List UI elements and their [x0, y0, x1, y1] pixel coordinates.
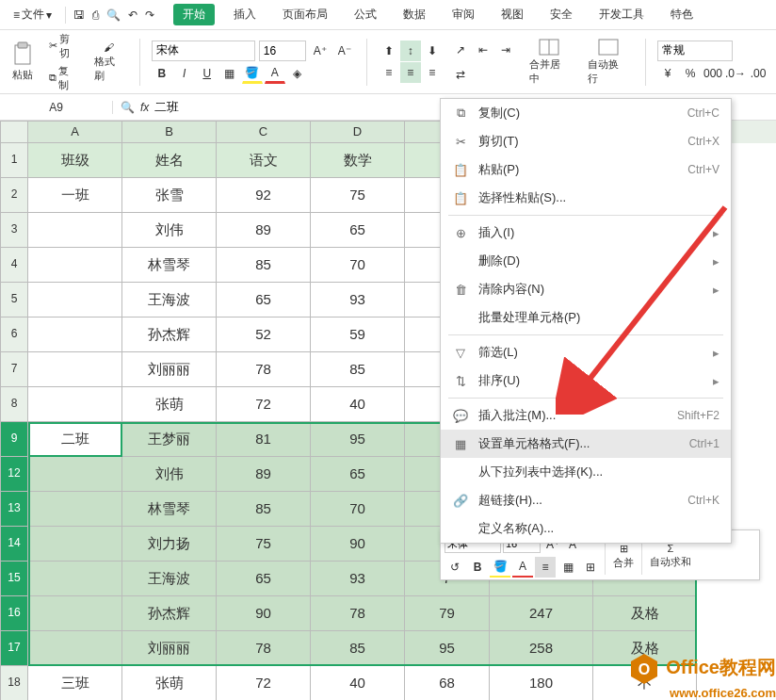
- menu-item[interactable]: ▽筛选(L)▸: [441, 338, 731, 366]
- row-header[interactable]: 14: [0, 527, 28, 562]
- cut-button[interactable]: ✂剪切: [45, 31, 83, 61]
- mini-color[interactable]: A: [512, 557, 533, 578]
- decrease-indent-button[interactable]: ⇤: [473, 40, 493, 60]
- cell[interactable]: 78: [217, 631, 311, 666]
- mini-merge-button[interactable]: ⊞ 合并: [609, 543, 638, 570]
- cell[interactable]: 林雪琴: [122, 248, 217, 283]
- menu-item[interactable]: 定义名称(A)...: [441, 514, 731, 543]
- cell[interactable]: 张萌: [122, 666, 217, 700]
- cell[interactable]: [28, 492, 122, 527]
- cell[interactable]: 72: [217, 387, 311, 422]
- cell[interactable]: 65: [311, 213, 405, 248]
- row-header[interactable]: 4: [0, 248, 28, 283]
- wrap-alt-button[interactable]: ⇄: [450, 64, 471, 85]
- tab-special[interactable]: 特色: [663, 3, 701, 26]
- underline-button[interactable]: U: [197, 63, 218, 84]
- comma-button[interactable]: 000: [703, 63, 723, 84]
- mini-format[interactable]: ⊞: [580, 557, 601, 578]
- row-header[interactable]: 2: [0, 178, 28, 213]
- row-header[interactable]: 13: [0, 492, 28, 527]
- menu-item[interactable]: 批量处理单元格(P): [441, 303, 731, 332]
- menu-item[interactable]: 💬插入批注(M)...Shift+F2: [441, 401, 731, 430]
- copy-button[interactable]: ⧉复制: [45, 63, 83, 93]
- cell[interactable]: [28, 596, 122, 631]
- tab-review[interactable]: 审阅: [445, 3, 482, 26]
- fx-icon[interactable]: fx: [140, 101, 149, 114]
- align-bottom-button[interactable]: ⬇: [422, 41, 443, 61]
- save-icon[interactable]: 🖫: [73, 8, 85, 22]
- cell[interactable]: 65: [311, 457, 405, 492]
- number-format-combo[interactable]: [657, 41, 733, 61]
- row-header[interactable]: 1: [0, 143, 28, 178]
- cell[interactable]: 92: [217, 178, 311, 213]
- cell[interactable]: [28, 457, 122, 492]
- column-header-D[interactable]: D: [311, 121, 405, 143]
- row-header[interactable]: 12: [0, 457, 28, 492]
- increase-indent-button[interactable]: ⇥: [495, 40, 516, 60]
- cell[interactable]: [28, 387, 122, 422]
- merge-center-button[interactable]: 合并居中: [524, 37, 575, 88]
- mini-border[interactable]: ▦: [558, 557, 578, 578]
- menu-item[interactable]: ▦设置单元格格式(F)...Ctrl+1: [441, 430, 731, 458]
- font-name-combo[interactable]: [152, 41, 255, 61]
- row-header[interactable]: 18: [0, 666, 28, 700]
- row-header[interactable]: 6: [0, 317, 28, 352]
- mini-fill[interactable]: 🪣: [490, 557, 510, 578]
- format-painter-button[interactable]: 🖌格式刷: [90, 41, 128, 84]
- row-header[interactable]: 9: [0, 422, 28, 457]
- cell[interactable]: 65: [217, 562, 311, 596]
- decrease-font-button[interactable]: A⁻: [334, 41, 355, 61]
- cell[interactable]: 孙杰辉: [122, 596, 217, 631]
- menu-item[interactable]: 从下拉列表中选择(K)...: [441, 458, 731, 486]
- cell[interactable]: [28, 631, 122, 666]
- menu-item[interactable]: 🔗超链接(H)...Ctrl+K: [441, 486, 731, 514]
- italic-button[interactable]: I: [174, 63, 195, 84]
- font-size-combo[interactable]: [259, 41, 306, 61]
- paste-button[interactable]: 粘贴: [8, 38, 38, 86]
- name-box[interactable]: A9: [0, 101, 113, 114]
- menu-item[interactable]: 🗑清除内容(N)▸: [441, 275, 731, 303]
- tab-insert[interactable]: 插入: [226, 3, 264, 26]
- cell[interactable]: 81: [217, 422, 311, 457]
- menu-item[interactable]: ✂剪切(T)Ctrl+X: [441, 127, 731, 155]
- row-header[interactable]: 16: [0, 596, 28, 631]
- cell[interactable]: 180: [490, 666, 593, 700]
- mini-reset[interactable]: ↺: [445, 557, 465, 578]
- increase-font-button[interactable]: A⁺: [310, 41, 331, 61]
- currency-button[interactable]: ¥: [657, 63, 678, 84]
- cell[interactable]: 95: [311, 422, 405, 457]
- column-header-C[interactable]: C: [217, 121, 311, 143]
- cell[interactable]: 刘丽丽: [122, 631, 217, 666]
- cell[interactable]: 247: [490, 596, 593, 631]
- row-header[interactable]: 3: [0, 213, 28, 248]
- cell[interactable]: 姓名: [122, 143, 217, 178]
- font-color-button[interactable]: A: [265, 63, 285, 84]
- menu-item[interactable]: ⧉复制(C)Ctrl+C: [441, 99, 731, 127]
- redo-icon[interactable]: ↷: [145, 8, 154, 22]
- cell[interactable]: 孙杰辉: [122, 317, 217, 352]
- tab-layout[interactable]: 页面布局: [275, 3, 335, 26]
- menu-item[interactable]: 📋选择性粘贴(S)...: [441, 184, 731, 212]
- cell[interactable]: 王梦丽: [122, 422, 217, 457]
- cell[interactable]: 95: [405, 631, 490, 666]
- expand-icon[interactable]: 🔍: [121, 101, 135, 114]
- align-right-button[interactable]: ≡: [422, 62, 443, 83]
- cell[interactable]: 68: [405, 666, 490, 700]
- percent-button[interactable]: %: [680, 63, 701, 84]
- cell[interactable]: 65: [217, 283, 311, 317]
- cell[interactable]: 刘伟: [122, 213, 217, 248]
- cell[interactable]: 数学: [311, 143, 405, 178]
- cell[interactable]: [28, 317, 122, 352]
- cell[interactable]: 85: [217, 492, 311, 527]
- row-header[interactable]: 7: [0, 352, 28, 387]
- tab-security[interactable]: 安全: [542, 3, 580, 26]
- style-button[interactable]: ◈: [287, 63, 308, 84]
- cell[interactable]: 90: [311, 527, 405, 562]
- cell[interactable]: 75: [311, 178, 405, 213]
- align-middle-button[interactable]: ↕: [400, 41, 421, 61]
- file-menu[interactable]: ≡ 文件 ▾: [8, 5, 57, 24]
- cell[interactable]: 89: [217, 457, 311, 492]
- row-header[interactable]: 15: [0, 562, 28, 596]
- mini-bold[interactable]: B: [467, 557, 488, 578]
- mini-align[interactable]: ≡: [535, 557, 556, 578]
